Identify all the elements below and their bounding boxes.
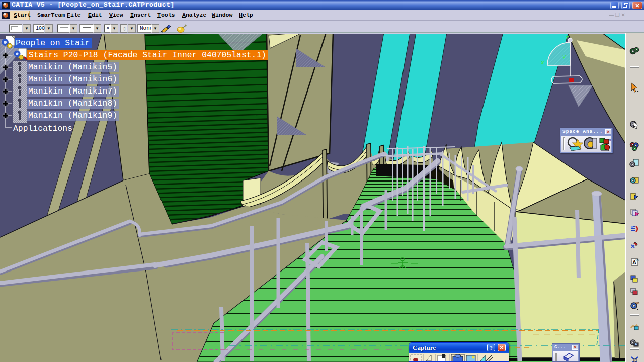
svg-text:x: x: [540, 60, 544, 66]
svg-text:15: 15: [635, 259, 639, 262]
svg-text:y: y: [562, 54, 566, 60]
svg-text:×n: ×n: [635, 301, 639, 305]
svg-text:n: n: [609, 138, 611, 142]
svg-text:z: z: [566, 35, 569, 41]
svg-text:88: 88: [634, 359, 637, 362]
